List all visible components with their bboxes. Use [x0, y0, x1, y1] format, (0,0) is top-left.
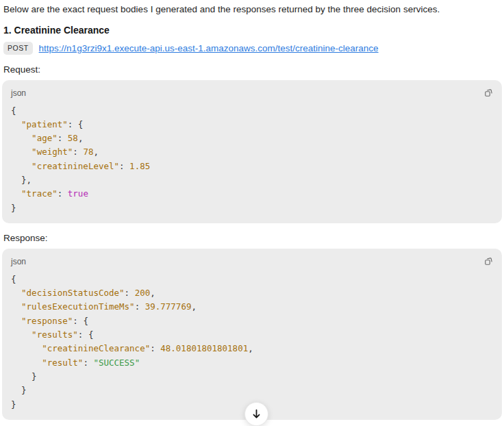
- code-token: "response": [21, 316, 73, 326]
- code-token: "rulesExecutionTimeMs": [21, 301, 135, 312]
- code-token: "trace": [21, 188, 58, 199]
- code-token: :: [125, 288, 135, 298]
- code-line: "trace": true: [11, 187, 493, 201]
- code-token: :: [58, 133, 68, 143]
- intro-text: Below are the exact request bodies I gen…: [3, 3, 502, 16]
- code-token: [11, 119, 21, 129]
- code-token: 39.777769: [145, 301, 192, 312]
- code-line: }: [11, 384, 493, 397]
- code-token: 200: [135, 288, 151, 298]
- code-token: ,: [78, 133, 84, 143]
- code-token: },: [11, 175, 32, 185]
- response-code-block: json { "decisionStatusCode": 200, "rules…: [2, 249, 502, 420]
- code-token: true: [68, 188, 88, 199]
- code-token: :: [135, 301, 145, 312]
- arrow-down-icon: [251, 408, 262, 420]
- code-token: [11, 188, 21, 199]
- code-line: {: [11, 104, 493, 118]
- code-token: "patient": [21, 119, 68, 129]
- code-token: [11, 133, 32, 143]
- code-line: },: [11, 173, 493, 187]
- code-token: 58: [68, 133, 78, 143]
- code-token: }: [11, 399, 16, 410]
- copy-icon: [483, 90, 493, 100]
- code-token: ,: [93, 147, 99, 157]
- request-json-code: { "patient": { "age": 58, "weight": 78, …: [2, 99, 502, 223]
- code-line: "creatinineClearance": 48.01801801801801…: [11, 342, 493, 355]
- endpoint-url-link[interactable]: https://n1g3rzi9x1.execute-api.us-east-1…: [39, 43, 379, 53]
- code-token: "creatinineClearance": [42, 343, 150, 353]
- code-token: ,: [191, 301, 197, 312]
- code-token: }: [11, 371, 37, 381]
- code-token: ,: [150, 288, 155, 298]
- code-token: : {: [73, 316, 88, 326]
- code-token: }: [11, 203, 16, 213]
- code-block-header: json: [2, 249, 502, 267]
- code-token: }: [11, 385, 27, 395]
- copy-code-button[interactable]: [483, 88, 493, 98]
- code-token: 78: [83, 147, 93, 157]
- code-token: : {: [78, 329, 94, 340]
- code-token: : {: [68, 119, 84, 129]
- code-line: "result": "SUCCESS": [11, 356, 493, 370]
- code-token: "age": [32, 133, 58, 143]
- code-token: :: [73, 147, 83, 157]
- code-token: [11, 161, 32, 171]
- http-method-badge: POST: [3, 42, 33, 55]
- code-token: "creatinineLevel": [32, 161, 119, 171]
- code-token: "SUCCESS": [93, 358, 140, 368]
- response-json-code: { "decisionStatusCode": 200, "rulesExecu…: [2, 267, 502, 420]
- response-label: Response:: [3, 233, 502, 243]
- code-line: "age": 58,: [11, 131, 493, 145]
- copy-icon: [483, 258, 493, 268]
- code-line: "response": {: [11, 314, 493, 328]
- request-label: Request:: [3, 64, 502, 75]
- code-line: "weight": 78,: [11, 145, 493, 159]
- code-token: :: [83, 358, 93, 368]
- code-token: {: [11, 274, 16, 284]
- code-line: "decisionStatusCode": 200,: [11, 286, 493, 300]
- code-token: [11, 358, 42, 368]
- request-code-block: json { "patient": { "age": 58, "weight":…: [2, 80, 502, 223]
- code-token: [11, 329, 32, 340]
- code-token: :: [150, 343, 160, 353]
- scroll-down-button[interactable]: [244, 402, 268, 426]
- code-line: "patient": {: [11, 118, 493, 131]
- code-token: [11, 301, 21, 312]
- code-token: {: [11, 105, 16, 116]
- code-line: {: [11, 273, 493, 286]
- code-block-header: json: [2, 80, 502, 99]
- code-language-label: json: [11, 89, 26, 97]
- code-language-label: json: [11, 258, 26, 266]
- section-heading: 1. Creatinine Clearance: [3, 25, 502, 36]
- code-token: "result": [42, 358, 83, 368]
- code-token: :: [119, 161, 129, 171]
- code-line: }: [11, 201, 493, 215]
- endpoint-row: POST https://n1g3rzi9x1.execute-api.us-e…: [3, 42, 502, 55]
- code-line: "results": {: [11, 328, 493, 342]
- code-token: 48.01801801801801: [160, 343, 248, 353]
- code-token: [11, 343, 42, 353]
- code-token: 1.85: [129, 161, 150, 171]
- code-token: "weight": [32, 147, 73, 157]
- chat-message: Below are the exact request bodies I gen…: [0, 0, 504, 420]
- code-line: "rulesExecutionTimeMs": 39.777769,: [11, 300, 493, 314]
- code-token: [11, 316, 21, 326]
- code-line: }: [11, 370, 493, 384]
- code-line: "creatinineLevel": 1.85: [11, 160, 493, 173]
- code-token: "results": [32, 329, 78, 340]
- code-token: [11, 147, 32, 157]
- copy-code-button[interactable]: [483, 257, 493, 266]
- code-token: ,: [248, 343, 253, 353]
- code-token: [11, 288, 21, 298]
- code-token: "decisionStatusCode": [21, 288, 125, 298]
- code-token: :: [58, 188, 68, 199]
